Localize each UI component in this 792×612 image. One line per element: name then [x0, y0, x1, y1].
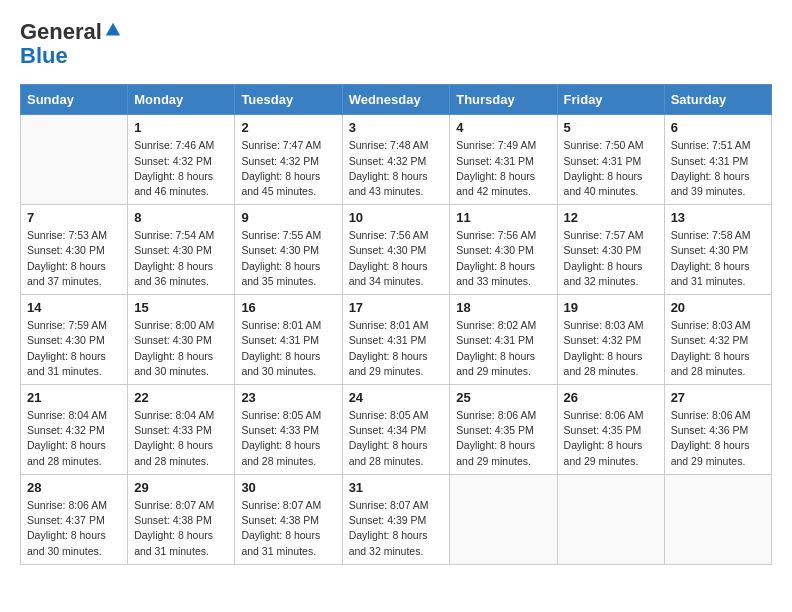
day-info: Sunrise: 8:07 AM Sunset: 4:38 PM Dayligh… — [134, 498, 228, 559]
calendar-cell: 27Sunrise: 8:06 AM Sunset: 4:36 PM Dayli… — [664, 385, 771, 475]
calendar-cell — [664, 474, 771, 564]
calendar-cell: 10Sunrise: 7:56 AM Sunset: 4:30 PM Dayli… — [342, 205, 450, 295]
day-info: Sunrise: 7:55 AM Sunset: 4:30 PM Dayligh… — [241, 228, 335, 289]
day-number: 7 — [27, 210, 121, 225]
day-number: 13 — [671, 210, 765, 225]
calendar-cell: 5Sunrise: 7:50 AM Sunset: 4:31 PM Daylig… — [557, 115, 664, 205]
day-number: 11 — [456, 210, 550, 225]
day-number: 10 — [349, 210, 444, 225]
day-info: Sunrise: 7:53 AM Sunset: 4:30 PM Dayligh… — [27, 228, 121, 289]
logo-icon — [104, 21, 122, 39]
calendar-cell: 11Sunrise: 7:56 AM Sunset: 4:30 PM Dayli… — [450, 205, 557, 295]
day-info: Sunrise: 8:03 AM Sunset: 4:32 PM Dayligh… — [564, 318, 658, 379]
day-number: 2 — [241, 120, 335, 135]
day-number: 4 — [456, 120, 550, 135]
day-info: Sunrise: 7:51 AM Sunset: 4:31 PM Dayligh… — [671, 138, 765, 199]
calendar-cell: 29Sunrise: 8:07 AM Sunset: 4:38 PM Dayli… — [128, 474, 235, 564]
calendar-day-header: Wednesday — [342, 85, 450, 115]
day-info: Sunrise: 8:04 AM Sunset: 4:33 PM Dayligh… — [134, 408, 228, 469]
calendar-cell — [557, 474, 664, 564]
day-number: 12 — [564, 210, 658, 225]
day-number: 15 — [134, 300, 228, 315]
logo-blue-text: Blue — [20, 43, 68, 68]
calendar-cell: 9Sunrise: 7:55 AM Sunset: 4:30 PM Daylig… — [235, 205, 342, 295]
calendar-week-row: 21Sunrise: 8:04 AM Sunset: 4:32 PM Dayli… — [21, 385, 772, 475]
calendar-day-header: Sunday — [21, 85, 128, 115]
day-info: Sunrise: 8:03 AM Sunset: 4:32 PM Dayligh… — [671, 318, 765, 379]
day-number: 27 — [671, 390, 765, 405]
day-number: 24 — [349, 390, 444, 405]
calendar-cell — [450, 474, 557, 564]
calendar-cell: 6Sunrise: 7:51 AM Sunset: 4:31 PM Daylig… — [664, 115, 771, 205]
day-number: 14 — [27, 300, 121, 315]
calendar-week-row: 14Sunrise: 7:59 AM Sunset: 4:30 PM Dayli… — [21, 295, 772, 385]
calendar-cell: 31Sunrise: 8:07 AM Sunset: 4:39 PM Dayli… — [342, 474, 450, 564]
svg-marker-0 — [106, 23, 120, 36]
day-number: 3 — [349, 120, 444, 135]
page-header: General Blue — [20, 20, 772, 68]
day-info: Sunrise: 8:01 AM Sunset: 4:31 PM Dayligh… — [349, 318, 444, 379]
day-number: 31 — [349, 480, 444, 495]
calendar-day-header: Monday — [128, 85, 235, 115]
day-info: Sunrise: 8:06 AM Sunset: 4:35 PM Dayligh… — [456, 408, 550, 469]
day-number: 25 — [456, 390, 550, 405]
calendar-day-header: Friday — [557, 85, 664, 115]
logo: General Blue — [20, 20, 122, 68]
day-info: Sunrise: 8:02 AM Sunset: 4:31 PM Dayligh… — [456, 318, 550, 379]
day-number: 21 — [27, 390, 121, 405]
day-number: 26 — [564, 390, 658, 405]
day-info: Sunrise: 7:54 AM Sunset: 4:30 PM Dayligh… — [134, 228, 228, 289]
day-info: Sunrise: 8:04 AM Sunset: 4:32 PM Dayligh… — [27, 408, 121, 469]
day-info: Sunrise: 7:48 AM Sunset: 4:32 PM Dayligh… — [349, 138, 444, 199]
day-info: Sunrise: 7:59 AM Sunset: 4:30 PM Dayligh… — [27, 318, 121, 379]
calendar-day-header: Thursday — [450, 85, 557, 115]
calendar-day-header: Tuesday — [235, 85, 342, 115]
calendar-cell: 24Sunrise: 8:05 AM Sunset: 4:34 PM Dayli… — [342, 385, 450, 475]
calendar-cell: 28Sunrise: 8:06 AM Sunset: 4:37 PM Dayli… — [21, 474, 128, 564]
calendar-table: SundayMondayTuesdayWednesdayThursdayFrid… — [20, 84, 772, 564]
day-number: 30 — [241, 480, 335, 495]
day-info: Sunrise: 8:07 AM Sunset: 4:39 PM Dayligh… — [349, 498, 444, 559]
day-info: Sunrise: 8:06 AM Sunset: 4:36 PM Dayligh… — [671, 408, 765, 469]
logo-general-text: General — [20, 19, 102, 44]
day-info: Sunrise: 7:58 AM Sunset: 4:30 PM Dayligh… — [671, 228, 765, 289]
day-number: 28 — [27, 480, 121, 495]
calendar-cell: 18Sunrise: 8:02 AM Sunset: 4:31 PM Dayli… — [450, 295, 557, 385]
day-number: 17 — [349, 300, 444, 315]
day-number: 9 — [241, 210, 335, 225]
day-number: 1 — [134, 120, 228, 135]
day-number: 16 — [241, 300, 335, 315]
calendar-cell: 8Sunrise: 7:54 AM Sunset: 4:30 PM Daylig… — [128, 205, 235, 295]
day-number: 29 — [134, 480, 228, 495]
calendar-cell: 3Sunrise: 7:48 AM Sunset: 4:32 PM Daylig… — [342, 115, 450, 205]
calendar-cell: 17Sunrise: 8:01 AM Sunset: 4:31 PM Dayli… — [342, 295, 450, 385]
day-info: Sunrise: 8:01 AM Sunset: 4:31 PM Dayligh… — [241, 318, 335, 379]
day-number: 5 — [564, 120, 658, 135]
day-number: 6 — [671, 120, 765, 135]
calendar-week-row: 7Sunrise: 7:53 AM Sunset: 4:30 PM Daylig… — [21, 205, 772, 295]
day-number: 22 — [134, 390, 228, 405]
day-info: Sunrise: 8:06 AM Sunset: 4:35 PM Dayligh… — [564, 408, 658, 469]
calendar-header-row: SundayMondayTuesdayWednesdayThursdayFrid… — [21, 85, 772, 115]
day-number: 19 — [564, 300, 658, 315]
day-info: Sunrise: 7:46 AM Sunset: 4:32 PM Dayligh… — [134, 138, 228, 199]
calendar-cell: 25Sunrise: 8:06 AM Sunset: 4:35 PM Dayli… — [450, 385, 557, 475]
calendar-cell: 7Sunrise: 7:53 AM Sunset: 4:30 PM Daylig… — [21, 205, 128, 295]
calendar-cell: 13Sunrise: 7:58 AM Sunset: 4:30 PM Dayli… — [664, 205, 771, 295]
calendar-cell: 30Sunrise: 8:07 AM Sunset: 4:38 PM Dayli… — [235, 474, 342, 564]
day-info: Sunrise: 7:49 AM Sunset: 4:31 PM Dayligh… — [456, 138, 550, 199]
day-number: 20 — [671, 300, 765, 315]
calendar-cell: 14Sunrise: 7:59 AM Sunset: 4:30 PM Dayli… — [21, 295, 128, 385]
day-info: Sunrise: 7:57 AM Sunset: 4:30 PM Dayligh… — [564, 228, 658, 289]
calendar-cell: 2Sunrise: 7:47 AM Sunset: 4:32 PM Daylig… — [235, 115, 342, 205]
calendar-week-row: 1Sunrise: 7:46 AM Sunset: 4:32 PM Daylig… — [21, 115, 772, 205]
day-number: 18 — [456, 300, 550, 315]
day-info: Sunrise: 8:06 AM Sunset: 4:37 PM Dayligh… — [27, 498, 121, 559]
day-info: Sunrise: 7:56 AM Sunset: 4:30 PM Dayligh… — [456, 228, 550, 289]
calendar-day-header: Saturday — [664, 85, 771, 115]
calendar-cell: 26Sunrise: 8:06 AM Sunset: 4:35 PM Dayli… — [557, 385, 664, 475]
calendar-cell: 19Sunrise: 8:03 AM Sunset: 4:32 PM Dayli… — [557, 295, 664, 385]
calendar-cell: 12Sunrise: 7:57 AM Sunset: 4:30 PM Dayli… — [557, 205, 664, 295]
day-info: Sunrise: 7:50 AM Sunset: 4:31 PM Dayligh… — [564, 138, 658, 199]
calendar-cell: 20Sunrise: 8:03 AM Sunset: 4:32 PM Dayli… — [664, 295, 771, 385]
